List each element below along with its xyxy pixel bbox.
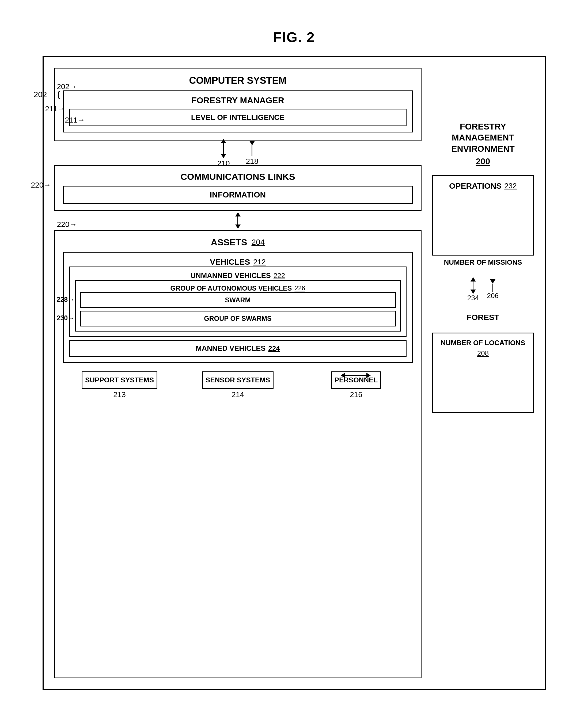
- page: FIG. 2 202 —{ COMPUTER SYSTEM 211→ FORES…: [26, 19, 562, 701]
- arrow-down-206: [490, 279, 496, 284]
- ref-208: 208: [477, 349, 489, 358]
- unmanned-label: UNMANNED VEHICLES: [191, 272, 271, 280]
- ref-228-label: 228→: [57, 296, 75, 303]
- vehicles-row: VEHICLES 212 UNMANNED VEHICLES 222: [63, 252, 413, 367]
- ref-216: 216: [350, 390, 362, 399]
- arrow-up: [235, 212, 240, 216]
- arrow-line: [223, 143, 224, 154]
- assets-header: ASSETS 204: [63, 237, 413, 248]
- ref-226: 226: [294, 284, 305, 292]
- information-box: INFORMATION: [63, 186, 413, 204]
- num-missions-label: NUMBER OF MISSIONS: [432, 258, 534, 267]
- operations-label: OPERATIONS: [449, 182, 502, 191]
- operations-header: OPERATIONS 232: [449, 182, 517, 191]
- forestry-manager-box: 211→ FORESTRY MANAGER LEVEL OF INTELLIGE…: [63, 90, 413, 132]
- forestry-env-label: FORESTRY MANAGEMENT ENVIRONMENT 200: [432, 121, 534, 167]
- ref-230-label: 230→: [57, 314, 75, 322]
- group-swarms-box: 230→ GROUP OF SWARMS: [80, 311, 396, 326]
- arrow-206: 206: [487, 279, 499, 300]
- ref-214: 214: [231, 390, 244, 399]
- group-autonomous-box: GROUP OF AUTONOMOUS VEHICLES 226 228→ SW…: [75, 280, 401, 332]
- manned-header: MANNED VEHICLES 224: [75, 344, 401, 353]
- operations-box: OPERATIONS 232: [432, 175, 534, 256]
- arrow-left-head: [341, 373, 345, 378]
- h-arrow-line: [345, 375, 366, 376]
- arrow-down-234: [470, 290, 476, 294]
- right-column: FORESTRY MANAGEMENT ENVIRONMENT 200 OPER…: [432, 68, 534, 678]
- ref-200: 200: [432, 156, 534, 167]
- unmanned-box: UNMANNED VEHICLES 222 GROUP OF AUTONOMOU…: [69, 267, 406, 337]
- arrow-down: [235, 225, 240, 229]
- ref-224: 224: [268, 344, 280, 353]
- computer-system-label: COMPUTER SYSTEM: [63, 75, 413, 86]
- arrow-section-2: [54, 211, 422, 230]
- ref-211-label: 211→: [65, 116, 85, 124]
- arrow-234: 234: [467, 277, 479, 302]
- vehicles-box: VEHICLES 212 UNMANNED VEHICLES 222: [63, 252, 413, 363]
- h-arrow-vehicles-operations: [341, 373, 371, 378]
- unmanned-header: UNMANNED VEHICLES 222: [75, 272, 401, 280]
- support-col: SUPPORT SYSTEMS 213: [63, 372, 176, 399]
- sensor-col: SENSOR SYSTEMS 214: [182, 372, 294, 399]
- group-swarms-label: GROUP OF SWARMS: [204, 315, 271, 322]
- label-234: 234: [467, 294, 479, 302]
- arrow-down-head-218: [249, 141, 255, 145]
- forest-box: NUMBER OF LOCATIONS 208: [432, 333, 534, 413]
- missions-forest-arrows: 234 206: [432, 277, 534, 302]
- main-diagram: 202 —{ COMPUTER SYSTEM 211→ FORESTRY MAN…: [43, 56, 546, 690]
- ref-213: 213: [113, 390, 126, 399]
- computer-system-box: 202 —{ COMPUTER SYSTEM 211→ FORESTRY MAN…: [54, 68, 422, 141]
- ref-232: 232: [504, 182, 517, 190]
- group-auto-label: GROUP OF AUTONOMOUS VEHICLES: [170, 284, 292, 292]
- ref-222: 222: [274, 272, 285, 280]
- sensor-systems-box: SENSOR SYSTEMS: [202, 372, 274, 389]
- arrow-down-head: [221, 154, 226, 158]
- arrow-section-1: 210 218: [54, 141, 422, 165]
- forestry-manager-label: FORESTRY MANAGER: [69, 96, 406, 105]
- ref-211: 211→: [45, 105, 65, 113]
- manned-label: MANNED VEHICLES: [196, 344, 266, 353]
- ref-204: 204: [251, 238, 265, 247]
- figure-title: FIG. 2: [273, 29, 315, 45]
- num-locations: NUMBER OF LOCATIONS: [441, 339, 525, 347]
- ref-220: 220→: [31, 181, 51, 189]
- arrow-210: 210: [217, 139, 230, 168]
- support-systems-box: SUPPORT SYSTEMS: [82, 372, 158, 389]
- manned-vehicles-box: MANNED VEHICLES 224: [69, 340, 406, 357]
- group-auto-header: GROUP OF AUTONOMOUS VEHICLES 226: [80, 284, 396, 292]
- forest-label: FOREST: [432, 313, 534, 322]
- assets-label: ASSETS: [211, 237, 247, 248]
- assets-box: ASSETS 204 VEHICLES 212 UNMANNED VEHICL: [54, 230, 422, 678]
- comm-links-box: 220→ COMMUNICATIONS LINKS INFORMATION: [54, 165, 422, 211]
- swarm-box: 228→ SWARM: [80, 292, 396, 308]
- level-intelligence-box: LEVEL OF INTELLIGENCE: [69, 109, 406, 126]
- forest-section: FOREST NUMBER OF LOCATIONS 208: [432, 313, 534, 413]
- swarm-label: SWARM: [225, 296, 251, 304]
- arrow-line-v: [237, 216, 238, 225]
- arrow-line-218: [252, 145, 252, 156]
- label-218: 218: [246, 157, 258, 166]
- label-206: 206: [487, 292, 499, 300]
- comm-links-label: COMMUNICATIONS LINKS: [63, 171, 413, 182]
- ref-212: 212: [253, 258, 266, 266]
- ref-202: 202 —{: [34, 90, 60, 99]
- arrow-right-head: [366, 373, 371, 378]
- arrow-218: 218: [246, 141, 258, 166]
- operations-section: OPERATIONS 232 NUMBER OF MISSIONS: [432, 175, 534, 267]
- arrow-line-206: [492, 284, 493, 292]
- arrow-line-234: [472, 281, 474, 290]
- double-arrow-vertical: [235, 212, 240, 229]
- ref-220-label: 220→: [57, 220, 77, 229]
- vehicles-label: VEHICLES: [210, 257, 250, 267]
- vehicles-header: VEHICLES 212: [69, 257, 406, 267]
- ref-202-label: 202→: [57, 82, 77, 91]
- arrow-up-234: [470, 277, 476, 281]
